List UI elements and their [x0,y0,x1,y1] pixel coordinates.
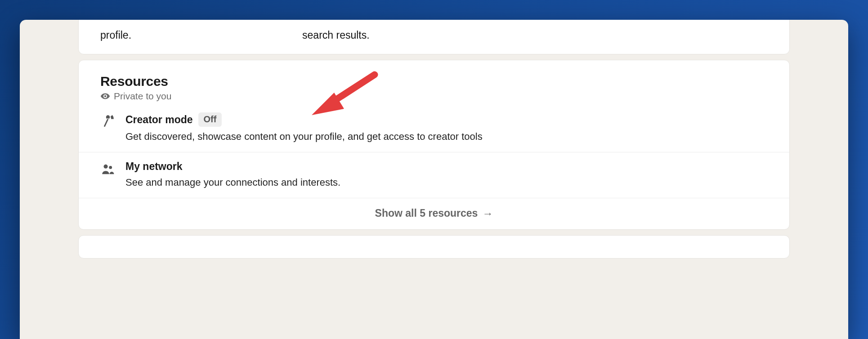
resources-title: Resources [100,74,768,89]
resources-header: Resources Private to you [79,60,789,104]
svg-point-0 [104,165,108,169]
resource-title-row: Creator mode Off [125,112,768,127]
resources-list: Creator mode Off Get discovered, showcas… [79,104,789,198]
show-all-label: Show all 5 resources [375,207,478,219]
resource-title: Creator mode [125,114,193,126]
resource-description: See and manage your connections and inte… [125,175,768,190]
resource-title-row: My network [125,161,768,173]
status-badge: Off [198,112,222,127]
resource-body: My network See and manage your connectio… [125,161,768,190]
content-area: profile. search results. Resources [20,20,848,339]
app-window: profile. search results. Resources [20,20,848,339]
analytics-fragment-right: search results. [302,29,370,41]
show-all-resources-button[interactable]: Show all 5 resources → [79,198,789,229]
privacy-indicator: Private to you [100,91,768,102]
analytics-row: profile. search results. [79,20,789,54]
analytics-fragment-left: profile. [100,29,131,41]
resource-item-creator-mode[interactable]: Creator mode Off Get discovered, showcas… [79,104,789,152]
resources-card: Resources Private to you [78,60,790,230]
antenna-icon [100,113,116,129]
resource-description: Get discovered, showcase content on your… [125,129,768,144]
resource-item-my-network[interactable]: My network See and manage your connectio… [79,152,789,198]
people-icon [100,161,116,177]
resource-body: Creator mode Off Get discovered, showcas… [125,112,768,144]
privacy-label: Private to you [114,91,171,102]
eye-icon [100,91,110,101]
next-card-fragment [78,235,790,259]
resource-title: My network [125,161,183,173]
analytics-card-fragment: profile. search results. [78,20,790,54]
svg-point-1 [109,166,112,169]
arrow-right-icon: → [482,208,493,219]
